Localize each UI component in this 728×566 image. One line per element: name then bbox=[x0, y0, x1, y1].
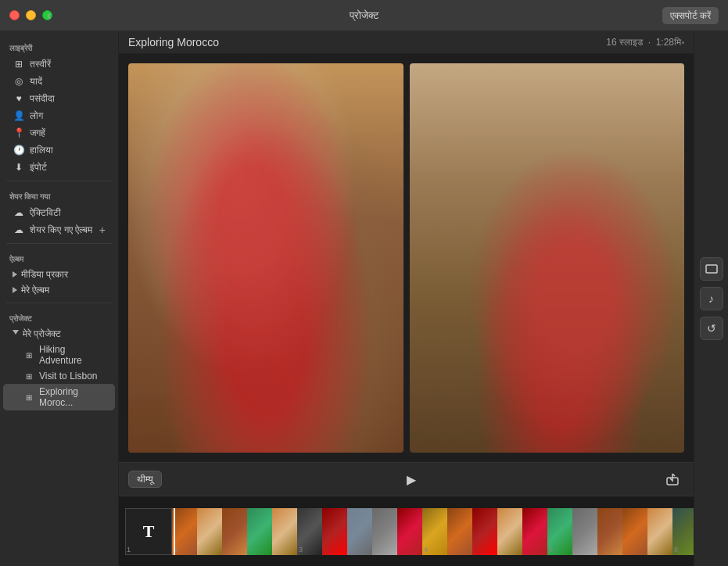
thumb-2-4 bbox=[247, 508, 272, 555]
people-icon: 👤 bbox=[13, 109, 25, 122]
thumb-2-5 bbox=[272, 508, 297, 555]
thumb-3-5 bbox=[397, 508, 422, 555]
titlebar: ‹ प्रोजेक्ट एक्सपोर्ट करें bbox=[0, 0, 728, 31]
project-duration: 1:28मि॰ bbox=[656, 37, 684, 48]
timeline: T 1 2 bbox=[119, 496, 694, 566]
segment-num-3: 3 bbox=[299, 546, 303, 553]
segment-num-1: 1 bbox=[127, 546, 131, 553]
timeline-segment-3[interactable]: 3 bbox=[297, 508, 422, 555]
content-area: Exploring Morocco 16 स्लाइड · 1:28मि॰ थी… bbox=[119, 31, 694, 566]
svg-rect-1 bbox=[706, 265, 717, 273]
sidebar-label-lisbon: Visit to Lisbon bbox=[39, 371, 98, 382]
thumb-3-4 bbox=[372, 508, 397, 555]
sidebar-item-activity[interactable]: ☁ ऐक्टिविटी bbox=[3, 204, 115, 221]
title-card: T bbox=[125, 508, 172, 555]
sidebar-item-memories[interactable]: ◎ यादें bbox=[3, 73, 115, 90]
activity-icon: ☁ bbox=[13, 206, 25, 219]
sidebar-item-media-type[interactable]: मीडिया प्रकार bbox=[3, 267, 115, 282]
shared-albums-icon: ☁ bbox=[13, 224, 25, 236]
thumb-5-5 bbox=[647, 508, 672, 555]
sidebar-label-favorites: पसंदीदा bbox=[30, 93, 106, 104]
sidebar-item-favorites[interactable]: ♥ पसंदीदा bbox=[3, 90, 115, 107]
window-title: प्रोजेक्ट bbox=[350, 9, 378, 22]
shared-section-label: शेयर किया गया bbox=[0, 186, 118, 204]
share-button[interactable] bbox=[661, 467, 684, 491]
sidebar-label-my-projects: मेरे प्रोजेक्ट bbox=[23, 328, 106, 339]
minimize-button[interactable] bbox=[26, 10, 36, 20]
thumb-3-3 bbox=[347, 508, 372, 555]
theme-button[interactable]: थीम्यू bbox=[128, 471, 162, 488]
sidebar-item-places[interactable]: 📍 जगहें bbox=[3, 124, 115, 142]
sidebar-item-import[interactable]: ⬇ इंपोर्ट bbox=[3, 159, 115, 176]
thumb-2-3 bbox=[222, 508, 247, 555]
slide-count: 16 स्लाइड bbox=[606, 37, 643, 48]
timeline-segment-1[interactable]: T 1 bbox=[125, 508, 172, 555]
collapse-icon bbox=[13, 271, 17, 278]
timeline-segment-5[interactable]: 5 bbox=[547, 508, 672, 555]
right-panel: ♪ ↺ bbox=[694, 31, 728, 566]
projects-section-label: प्रोजेक्ट bbox=[0, 308, 118, 326]
add-shared-album-icon[interactable]: + bbox=[99, 224, 106, 236]
slide-right-image bbox=[410, 63, 685, 453]
timeline-segment-2[interactable]: 2 bbox=[172, 508, 297, 555]
sidebar-label-morocco: Exploring Moroc... bbox=[39, 386, 106, 408]
library-section-label: लाइब्रेरी bbox=[0, 38, 118, 56]
photos-icon: ⊞ bbox=[13, 58, 25, 70]
sidebar-label-hiking: Hiking Adventure bbox=[39, 344, 106, 366]
playhead bbox=[174, 508, 175, 555]
timeline-segment-6[interactable]: 6 bbox=[672, 508, 694, 555]
thumb-5-3 bbox=[597, 508, 622, 555]
thumb-4-4 bbox=[497, 508, 522, 555]
hiking-icon: ⊞ bbox=[23, 349, 34, 360]
slideshow-icon bbox=[705, 264, 718, 274]
segment-num-6: 6 bbox=[674, 546, 678, 553]
thumb-3-2 bbox=[322, 508, 347, 555]
sidebar-item-recently[interactable]: 🕐 हालिया bbox=[3, 142, 115, 159]
sidebar-label-recently: हालिया bbox=[30, 145, 106, 156]
sidebar-item-photos[interactable]: ⊞ तस्वीरें bbox=[3, 56, 115, 73]
loop-button[interactable]: ↺ bbox=[700, 317, 723, 340]
back-button[interactable]: ‹ bbox=[47, 9, 51, 23]
thumb-4-2 bbox=[447, 508, 472, 555]
slideshow-view-button[interactable] bbox=[700, 257, 723, 281]
timeline-inner: T 1 2 bbox=[119, 496, 694, 566]
sidebar-label-activity: ऐक्टिविटी bbox=[30, 207, 106, 218]
project-header: Exploring Morocco 16 स्लाइड · 1:28मि॰ bbox=[119, 31, 694, 54]
window-controls bbox=[9, 10, 52, 20]
memories-icon: ◎ bbox=[13, 75, 25, 88]
sidebar-item-my-projects[interactable]: मेरे प्रोजेक्ट bbox=[3, 326, 115, 342]
import-icon: ⬇ bbox=[13, 161, 25, 174]
slide-right bbox=[410, 63, 685, 453]
project-meta: 16 स्लाइड · 1:28मि॰ bbox=[606, 37, 684, 48]
segment-num-4: 4 bbox=[424, 546, 428, 553]
thumb-2-2 bbox=[197, 508, 222, 555]
sidebar-item-lisbon[interactable]: ⊞ Visit to Lisbon bbox=[3, 368, 115, 384]
export-button[interactable]: एक्सपोर्ट करें bbox=[662, 7, 719, 24]
thumb-5-4 bbox=[622, 508, 647, 555]
slide-left bbox=[128, 63, 403, 453]
music-button[interactable]: ♪ bbox=[700, 287, 723, 310]
sidebar-item-my-albums[interactable]: मेरे ऐल्बम bbox=[3, 282, 115, 298]
play-button[interactable]: ▶ bbox=[400, 467, 423, 491]
lisbon-icon: ⊞ bbox=[23, 371, 34, 382]
share-icon bbox=[666, 473, 679, 485]
divider-2 bbox=[6, 243, 112, 244]
sidebar-item-shared-albums[interactable]: ☁ शेयर किए गए ऐल्बम + bbox=[3, 221, 115, 238]
sidebar-label-my-albums: मेरे ऐल्बम bbox=[21, 285, 106, 296]
segment-num-5: 5 bbox=[549, 546, 553, 553]
sidebar-label-people: लोग bbox=[30, 110, 106, 121]
sidebar: लाइब्रेरी ⊞ तस्वीरें ◎ यादें ♥ पसंदीदा 👤… bbox=[0, 31, 119, 566]
sidebar-item-hiking[interactable]: ⊞ Hiking Adventure bbox=[3, 342, 115, 368]
sidebar-label-import: इंपोर्ट bbox=[30, 162, 106, 173]
sidebar-item-people[interactable]: 👤 लोग bbox=[3, 107, 115, 124]
sidebar-label-shared-albums: शेयर किए गए ऐल्बम bbox=[30, 224, 99, 235]
sidebar-label-places: जगहें bbox=[30, 127, 106, 138]
sidebar-item-morocco[interactable]: ⊞ Exploring Moroc... bbox=[3, 384, 115, 410]
places-icon: 📍 bbox=[13, 127, 25, 139]
close-button[interactable] bbox=[9, 10, 20, 20]
albums-section-label: ऐल्बम bbox=[0, 249, 118, 267]
music-icon: ♪ bbox=[708, 292, 714, 305]
recently-icon: 🕐 bbox=[13, 144, 25, 156]
timeline-segment-4[interactable]: 4 bbox=[422, 508, 547, 555]
slideshow-area bbox=[119, 54, 694, 462]
